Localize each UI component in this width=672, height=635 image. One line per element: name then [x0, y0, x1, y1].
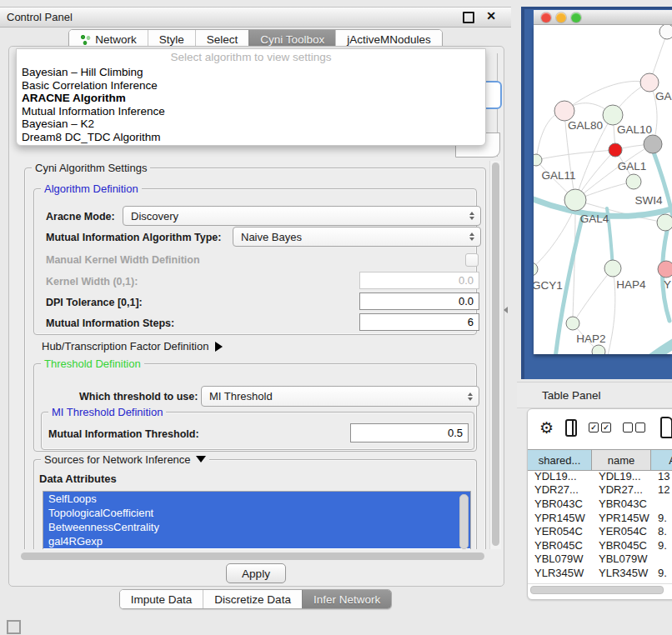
panel-splitter-handle[interactable]	[504, 307, 508, 313]
table-rows[interactable]: YDL19...YDL19...13YDR27...YDR27...12YBR0…	[528, 469, 672, 582]
tab-discretize-data[interactable]: Discretize Data	[203, 590, 302, 608]
node-gray[interactable]	[644, 135, 662, 153]
table-row[interactable]: YBR045CYBR045C9.	[528, 538, 672, 552]
node-hap2[interactable]	[566, 317, 579, 330]
table-panel-title: Table Panel	[542, 389, 601, 402]
select-all-icon[interactable]: ✓✓	[589, 422, 611, 432]
tab-impute-data[interactable]: Impute Data	[120, 590, 203, 608]
network-graph[interactable]: GALGAL80GAL10GAL11GAL1GAL4SWI4GCY1HAP4YH…	[534, 25, 672, 354]
table-row[interactable]: YPR145WYPR145W9.	[528, 511, 672, 525]
table-cell: YBR043C	[528, 498, 592, 510]
table-panel-titlebar: Table Panel	[517, 382, 672, 408]
apply-button[interactable]: Apply	[226, 563, 286, 583]
hub-definition-toggle[interactable]: Hub/Transcription Factor Definition	[42, 340, 223, 352]
table-cell: YLR345W	[592, 567, 651, 579]
node-top[interactable]	[659, 25, 672, 39]
gear-icon[interactable]: ⚙	[539, 420, 554, 436]
node-gcy1-label: GCY1	[534, 279, 563, 292]
bottom-tabs: Impute DataDiscretize DataInfer Network	[119, 589, 392, 609]
table-row[interactable]: YBR043CYBR043C	[528, 497, 672, 511]
network-window-titlebar[interactable]	[534, 10, 672, 25]
node-y-salmon-label: Y	[664, 278, 671, 291]
sources-group: Sources for Network Inference Data Attri…	[33, 459, 477, 549]
table-cell: YIL052C	[592, 581, 651, 582]
node-swi4[interactable]	[657, 214, 672, 231]
table-row[interactable]: YIL052CYIL052C0.	[528, 580, 672, 582]
table-horizontal-scrollbar[interactable]	[528, 583, 672, 594]
aracne-mode-combo[interactable]: Discovery	[123, 206, 481, 226]
algorithm-dropdown-placeholder: Select algorithm to view settings	[17, 49, 485, 66]
columns-icon[interactable]	[565, 419, 577, 437]
mi-algorithm-type-combo[interactable]: Naive Bayes	[233, 227, 481, 247]
algorithm-option-aracne-algorithm[interactable]: ARACNE Algorithm	[17, 92, 485, 105]
node-gal-pink-label: GAL	[655, 90, 672, 102]
column-header-shared-[interactable]: shared...	[528, 450, 592, 470]
table-toolbar: ⚙ ✓✓	[528, 409, 672, 446]
group-title: MI Threshold Definition	[48, 406, 166, 418]
column-header-a[interactable]: A	[651, 450, 672, 470]
close-traffic-light-icon[interactable]	[541, 12, 551, 22]
network-icon	[80, 34, 91, 45]
close-icon[interactable]: ✕	[486, 9, 496, 22]
node-gal80-label: GAL80	[568, 119, 603, 132]
settings-horizontal-scrollbar[interactable]	[18, 552, 489, 561]
table-function-icon[interactable]	[660, 417, 672, 438]
node-table: shared...nameA	[528, 449, 672, 471]
collapsed-arrow-icon	[215, 342, 223, 352]
zoom-traffic-light-icon[interactable]	[571, 12, 581, 22]
algorithm-option-mutual-information-inference[interactable]: Mutual Information Inference	[17, 105, 485, 118]
node-gal11[interactable]	[534, 154, 542, 166]
table-row[interactable]: YLR345WYLR345W9.	[528, 566, 672, 580]
node-gal4-label: GAL4	[580, 212, 609, 225]
node-gal10[interactable]	[603, 105, 623, 125]
algorithm-option-bayesian-hill-climbing[interactable]: Bayesian – Hill Climbing	[17, 66, 485, 79]
algorithm-option-dream8-dc-tdc-algorithm[interactable]: Dream8 DC_TDC Algorithm	[17, 131, 485, 144]
column-header-name[interactable]: name	[592, 450, 651, 470]
data-attributes-list[interactable]: SelfLoopsTopologicalCoefficientBetweenne…	[43, 491, 471, 549]
control-panel-titlebar: Control Panel ✕	[0, 7, 511, 28]
deselect-all-icon[interactable]	[623, 422, 645, 432]
table-cell: 12	[651, 483, 672, 496]
algorithm-option-basic-correlation-inference[interactable]: Basic Correlation Inference	[17, 79, 485, 92]
attribute-item-gal4rgexp[interactable]: gal4RGexp	[43, 534, 470, 548]
node-gal-pink[interactable]	[640, 73, 659, 92]
float-window-icon[interactable]	[463, 12, 474, 23]
table-header-row[interactable]: shared...nameA	[528, 449, 672, 471]
minimize-traffic-light-icon[interactable]	[556, 12, 566, 22]
node-gal1[interactable]	[626, 174, 641, 189]
node-y-salmon[interactable]	[658, 261, 672, 278]
table-cell: YBL079W	[528, 552, 592, 565]
mi-threshold-input[interactable]	[350, 423, 469, 442]
which-threshold-combo[interactable]: MI Threshold	[201, 386, 479, 407]
table-cell: YBL079W	[592, 552, 651, 565]
node-gcy1[interactable]	[534, 262, 538, 276]
node-gal10-label: GAL10	[617, 123, 652, 136]
node-selected-red[interactable]	[609, 143, 622, 157]
table-cell: YER054C	[528, 525, 592, 538]
network-canvas[interactable]: GALGAL80GAL10GAL11GAL1GAL4SWI4GCY1HAP4YH…	[534, 25, 672, 354]
network-edge-thick	[619, 337, 672, 354]
network-edge	[536, 150, 615, 160]
table-row[interactable]: YDL19...YDL19...13	[528, 469, 672, 483]
attribute-item-topologicalcoefficient[interactable]: TopologicalCoefficient	[43, 506, 470, 520]
manual-kernel-checkbox[interactable]	[465, 253, 479, 267]
kernel-width-label: Kernel Width (0,1):	[46, 276, 138, 288]
attribute-item-selfloops[interactable]: SelfLoops	[43, 492, 470, 506]
control-panel-title: Control Panel	[7, 11, 73, 23]
list-scrollbar[interactable]	[459, 494, 469, 549]
table-row[interactable]: YBL079WYBL079W	[528, 552, 672, 567]
tab-infer-network[interactable]: Infer Network	[302, 590, 391, 608]
node-gal4[interactable]	[564, 189, 586, 211]
table-row[interactable]: YER054CYER054C8.	[528, 524, 672, 538]
grid-widget-icon[interactable]	[7, 620, 21, 634]
dpi-tolerance-input[interactable]	[359, 292, 479, 310]
settings-vertical-scrollbar[interactable]	[489, 161, 501, 549]
algorithm-option-bayesian-k2[interactable]: Bayesian – K2	[17, 118, 485, 131]
mi-steps-input[interactable]	[359, 313, 479, 331]
node-hap4[interactable]	[604, 260, 621, 277]
attribute-item-betweennesscentrality[interactable]: BetweennessCentrality	[43, 520, 470, 534]
node-gal80[interactable]	[554, 101, 574, 121]
table-row[interactable]: YDR27...YDR27...12	[528, 483, 672, 498]
table-cell: YDR27...	[592, 483, 651, 496]
node-bottom[interactable]	[592, 345, 605, 354]
